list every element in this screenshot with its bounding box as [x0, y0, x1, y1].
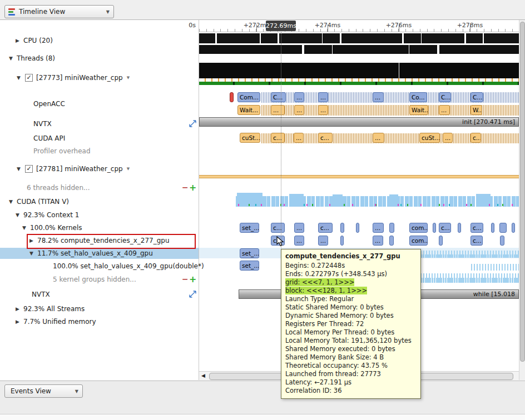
- cuda-api-block[interactable]: c...: [271, 133, 285, 143]
- openacc-wait-block[interactable]: ...: [271, 105, 285, 115]
- thread-27773-state-strip[interactable]: [199, 82, 519, 85]
- tree-row-kernels[interactable]: ▼ 100.0% Kernels: [0, 222, 199, 233]
- kernel-block[interactable]: [512, 223, 515, 233]
- visibility-checkbox[interactable]: ✓: [25, 74, 33, 82]
- show-row-icon[interactable]: +: [189, 274, 196, 284]
- openacc-block[interactable]: Co...: [409, 92, 427, 102]
- openacc-block[interactable]: C...: [439, 92, 451, 102]
- openacc-block[interactable]: C...: [271, 92, 286, 102]
- tree-row-threads[interactable]: ▼ Threads (8): [0, 53, 199, 64]
- cuda-api-block[interactable]: c...: [470, 133, 481, 143]
- openacc-block[interactable]: ...: [373, 92, 384, 102]
- expander-icon[interactable]: ▶: [16, 319, 23, 324]
- cuda-api-block[interactable]: c...: [318, 133, 333, 143]
- cpu-activity-bars[interactable]: [199, 33, 519, 43]
- tree-row-context1[interactable]: ▼ 92.3% Context 1: [0, 209, 199, 221]
- tree-row-openacc[interactable]: OpenACC: [0, 98, 199, 109]
- openacc-wait-block[interactable]: ...: [318, 105, 328, 115]
- tree-row-nvtx-cuda[interactable]: NVTX: [0, 289, 199, 300]
- openacc-wait-block[interactable]: Wait...: [409, 105, 428, 115]
- openacc-wait-block[interactable]: W...: [470, 105, 482, 115]
- vertical-scroll-thumb[interactable]: [520, 22, 525, 362]
- expander-icon[interactable]: ▶: [16, 306, 23, 312]
- kernel-block[interactable]: ...: [318, 236, 328, 246]
- tree-row-cpu[interactable]: ▶ CPU (20): [0, 35, 199, 46]
- kernel-block[interactable]: [340, 236, 344, 246]
- kernel-block[interactable]: c...: [470, 223, 483, 233]
- expander-icon[interactable]: ▼: [16, 212, 23, 218]
- tree-row-unified-memory[interactable]: ▶ 7.7% Unified memory: [0, 316, 199, 327]
- tree-row-set-halo-double[interactable]: 100.0% set_halo_values_x_409_gpu(double*…: [0, 261, 199, 272]
- scroll-left-button[interactable]: ◀: [199, 372, 207, 380]
- cuda-api-block[interactable]: ...: [294, 133, 304, 143]
- expander-icon[interactable]: ▼: [22, 225, 30, 231]
- openacc-wait-block[interactable]: ...: [294, 105, 304, 115]
- kernel-minibars[interactable]: [471, 264, 519, 271]
- kernel-block[interactable]: [389, 236, 394, 246]
- kernel-block[interactable]: [491, 223, 494, 233]
- process-menu-caret-icon[interactable]: ▼: [127, 167, 130, 171]
- tree-row-nvtx-27773[interactable]: NVTX: [0, 118, 199, 129]
- kernel-block[interactable]: ...: [373, 223, 384, 233]
- kernel-block[interactable]: [389, 223, 394, 233]
- kernel-block[interactable]: c...: [271, 223, 285, 233]
- openacc-wait-block[interactable]: ...: [439, 105, 450, 115]
- tree-row-process-27781[interactable]: ▼ ✓ [27781] miniWeather_cpp ▼: [0, 163, 199, 174]
- kernel-block[interactable]: [433, 223, 436, 233]
- visibility-checkbox[interactable]: ✓: [25, 165, 33, 173]
- expander-icon[interactable]: ▼: [29, 251, 37, 256]
- kernel-block[interactable]: ...: [294, 223, 304, 233]
- tree-row-process-27773[interactable]: ▼ ✓ [27773] miniWeather_cpp ▼: [0, 72, 199, 83]
- show-row-icon[interactable]: +: [189, 182, 196, 193]
- kernel-block[interactable]: [439, 236, 443, 246]
- kernel-block[interactable]: c...: [470, 236, 483, 246]
- expander-icon[interactable]: ▶: [16, 38, 23, 43]
- kernel-minibars[interactable]: [420, 254, 519, 258]
- kernel-block[interactable]: ...: [294, 236, 304, 246]
- openacc-block[interactable]: Com...: [237, 92, 260, 102]
- tree-row-all-streams[interactable]: ▶ 92.3% All Streams: [0, 303, 199, 314]
- threads-activity-bars[interactable]: [199, 45, 519, 54]
- kernel-block[interactable]: [458, 223, 461, 233]
- openacc-block[interactable]: ...: [294, 92, 304, 102]
- kernel-block[interactable]: set_...: [240, 261, 259, 271]
- expander-icon[interactable]: ▼: [9, 56, 17, 61]
- events-view-dropdown[interactable]: Events View ▼: [4, 384, 83, 398]
- kernel-block[interactable]: [500, 236, 504, 246]
- kernel-block[interactable]: [356, 223, 359, 233]
- timeline-view-dropdown[interactable]: Timeline View ▼: [4, 5, 114, 18]
- kernel-minibars[interactable]: [420, 278, 519, 283]
- expander-icon[interactable]: ▼: [9, 199, 17, 204]
- cuda-api-block[interactable]: ...: [443, 133, 453, 143]
- expander-icon[interactable]: ▼: [17, 75, 24, 81]
- kernel-block[interactable]: set_...: [240, 248, 259, 258]
- cuda-api-block[interactable]: cuSt...: [240, 133, 260, 143]
- kernel-block[interactable]: com...: [409, 223, 428, 233]
- process-menu-caret-icon[interactable]: ▼: [127, 76, 130, 80]
- expand-rows-icon[interactable]: [189, 291, 196, 299]
- hide-row-icon[interactable]: −: [182, 274, 189, 283]
- expand-rows-icon[interactable]: [189, 120, 196, 129]
- hidden-threads-strip[interactable]: [199, 175, 519, 178]
- thread-27773-activity-bars[interactable]: [199, 63, 519, 78]
- cuda-api-block[interactable]: cuSt...: [419, 133, 440, 143]
- nvtx-range-init[interactable]: init [270.471 ms]: [199, 117, 519, 127]
- tree-row-cuda-api[interactable]: CUDA API: [0, 133, 199, 144]
- openacc-block[interactable]: [230, 92, 234, 102]
- tree-row-cuda-device[interactable]: ▼ CUDA (TITAN V): [0, 196, 199, 207]
- kernel-block[interactable]: c...: [318, 223, 333, 233]
- openacc-block[interactable]: ...: [318, 92, 328, 102]
- tree-row-set-halo[interactable]: ▼ 11.7% set_halo_values_x_409_gpu: [0, 248, 199, 259]
- openacc-block[interactable]: C...: [470, 92, 483, 102]
- kernel-block[interactable]: set_...: [240, 223, 259, 233]
- cuda-api-block[interactable]: ...: [373, 133, 384, 143]
- tree-row-threads-hidden[interactable]: 6 threads hidden... − +: [0, 182, 199, 193]
- kernel-block[interactable]: [340, 223, 344, 233]
- hide-row-icon[interactable]: −: [182, 183, 189, 192]
- kernel-block[interactable]: c...: [439, 223, 451, 233]
- kernel-block[interactable]: ...: [373, 236, 383, 246]
- kernel-block[interactable]: [499, 223, 507, 233]
- expander-icon[interactable]: ▼: [17, 166, 24, 172]
- tree-row-profiler-overhead[interactable]: Profiler overhead: [0, 146, 199, 157]
- tree-row-kernel-groups-hidden[interactable]: 5 kernel groups hidden... − +: [0, 274, 199, 285]
